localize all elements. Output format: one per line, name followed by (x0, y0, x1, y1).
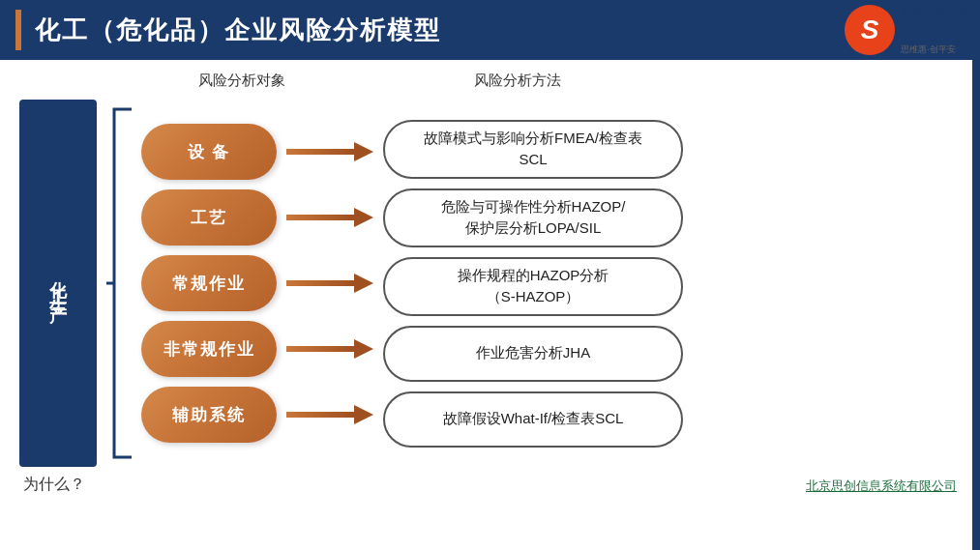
col-header-left: 风险分析对象 (145, 72, 339, 90)
item-box-auxiliary: 辅助系统 (141, 387, 277, 443)
arrow-svg-3 (286, 274, 373, 293)
header-accent (15, 10, 21, 50)
methods-column: 故障模式与影响分析FMEA/检查表SCL 危险与可操作性分析HAZOP/保护层分… (383, 120, 683, 448)
item-box-process: 工艺 (141, 189, 277, 246)
items-column: 设 备 工艺 常规作业 非常规作业 辅助系统 (141, 124, 277, 443)
arrow-svg-2 (286, 208, 373, 227)
method-box-jha: 作业危害分析JHA (383, 326, 683, 382)
why-text: 为什么？ (23, 475, 85, 495)
method-box-whatif: 故障假设What-If/检查表SCL (383, 391, 683, 448)
method-box-hazop: 危险与可操作性分析HAZOP/保护层分析LOPA/SIL (383, 188, 683, 247)
diagram: 化工生产 设 备 工艺 常规作业 非常规作业 (19, 100, 961, 467)
item-box-routine: 常规作业 (141, 255, 277, 311)
logo-area: S 过程安全专家 IRON 思维惠·创平安 (845, 4, 970, 56)
production-label: 化工生产 (46, 268, 70, 299)
arrow-svg-1 (286, 142, 373, 161)
company-name: 北京思创信息系统有限公司 (806, 478, 957, 495)
method-box-shazop: 操作规程的HAZOP分析（S-HAZOP） (383, 257, 683, 316)
logo-brand: IRON (901, 18, 970, 43)
arrow-3 (286, 255, 373, 311)
svg-marker-10 (354, 405, 373, 424)
main-content: 风险分析对象 风险分析方法 化工生产 设 备 工艺 常 (0, 60, 980, 550)
arrow-5 (286, 387, 373, 443)
method-box-fmea: 故障模式与影响分析FMEA/检查表SCL (383, 120, 683, 179)
arrow-2 (286, 189, 373, 246)
item-box-nonroutine: 非常规作业 (141, 321, 277, 377)
arrow-1 (286, 124, 373, 180)
production-box: 化工生产 (19, 100, 97, 467)
svg-rect-7 (286, 346, 354, 352)
col-header-right: 风险分析方法 (474, 72, 561, 90)
logo-s-letter: S (861, 14, 879, 45)
logo-slogan: 思维惠·创平安 (901, 43, 970, 56)
svg-marker-2 (354, 142, 373, 161)
right-border-accent (972, 60, 980, 550)
svg-rect-5 (286, 280, 354, 286)
logo-text-area: 过程安全专家 IRON 思维惠·创平安 (901, 4, 970, 56)
item-box-equipment: 设 备 (141, 124, 277, 180)
arrow-svg-5 (286, 405, 373, 424)
column-headers: 风险分析对象 风险分析方法 (145, 72, 961, 90)
arrow-svg-4 (286, 339, 373, 359)
logo-tagline: 过程安全专家 (901, 4, 970, 18)
logo-circle: S (845, 5, 895, 55)
arrows-column (286, 124, 373, 443)
svg-marker-6 (354, 274, 373, 293)
svg-marker-4 (354, 208, 373, 227)
page-title: 化工（危化品）企业风险分析模型 (35, 14, 441, 47)
bracket-svg (104, 100, 134, 467)
arrow-4 (286, 321, 373, 377)
svg-rect-1 (286, 149, 354, 155)
svg-rect-3 (286, 215, 354, 220)
svg-rect-9 (286, 412, 354, 418)
bottom-row: 为什么？ 北京思创信息系统有限公司 (19, 475, 961, 495)
header: 化工（危化品）企业风险分析模型 S 过程安全专家 IRON 思维惠·创平安 (0, 0, 980, 60)
svg-marker-8 (354, 339, 373, 359)
bracket-area (104, 100, 134, 467)
